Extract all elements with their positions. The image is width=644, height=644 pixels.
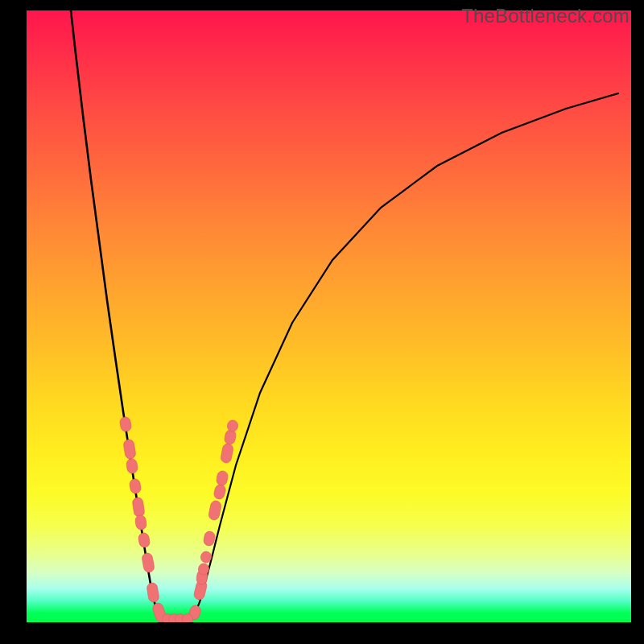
data-marker: [138, 532, 151, 548]
curve-left-branch: [71, 10, 167, 619]
data-marker: [126, 458, 138, 474]
data-marker: [129, 478, 142, 494]
data-marker: [224, 429, 237, 445]
data-marker: [119, 416, 132, 432]
data-marker: [141, 552, 155, 573]
data-marker: [220, 443, 233, 464]
data-marker: [203, 530, 216, 547]
data-marker: [132, 497, 145, 518]
data-marker: [123, 439, 137, 460]
data-marker: [147, 582, 160, 603]
data-marker: [183, 614, 193, 623]
curve-right-branch: [188, 93, 618, 619]
chart-frame: TheBottleneck.com: [0, 0, 644, 644]
data-marker: [213, 484, 226, 501]
watermark-label: TheBottleneck.com: [461, 5, 630, 27]
data-marker: [208, 500, 221, 521]
data-marker: [134, 514, 147, 530]
curve-layer: [27, 10, 631, 622]
plot-area: [27, 10, 631, 622]
data-marker: [216, 470, 229, 486]
